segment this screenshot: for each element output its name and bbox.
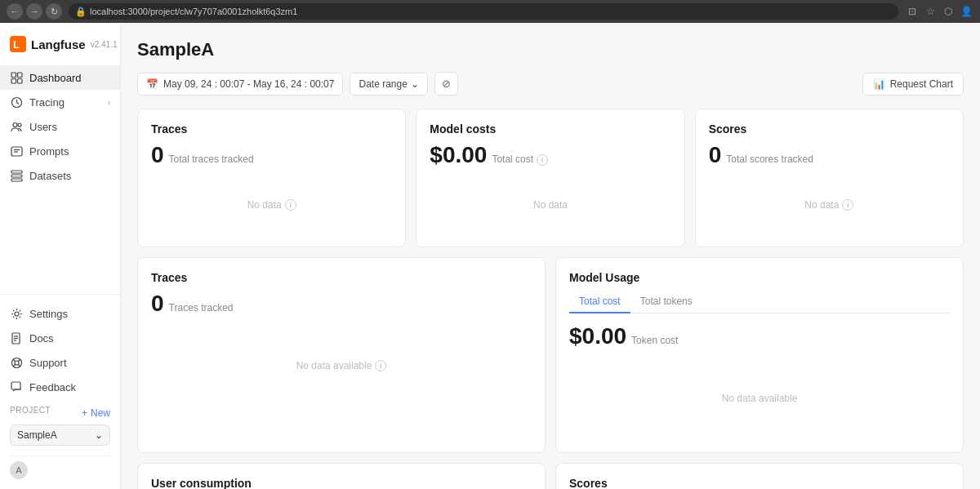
forward-button[interactable]: → <box>26 3 42 20</box>
star-icon[interactable]: ☆ <box>923 4 938 19</box>
sidebar-item-datasets[interactable]: Datasets <box>0 163 120 188</box>
main-content: SampleA 📅 May 09, 24 : 00:07 - May 16, 2… <box>121 23 980 489</box>
user-consumption-card: User consumption Token cost Count of Tra… <box>137 463 546 489</box>
request-chart-button[interactable]: 📊 Request Chart <box>862 73 964 96</box>
filter-button[interactable]: ⊘ <box>434 72 458 96</box>
sidebar-item-docs[interactable]: Docs <box>0 326 120 350</box>
model-usage-tabs: Total cost Total tokens <box>569 291 950 313</box>
users-icon <box>10 120 23 133</box>
sidebar-item-dashboard-label: Dashboard <box>29 72 82 84</box>
svg-point-17 <box>15 312 19 316</box>
traces-card-title: Traces <box>151 122 392 136</box>
sidebar-avatar-row: A <box>0 449 120 479</box>
profile-icon[interactable]: 👤 <box>959 4 973 19</box>
model-usage-big-row: $0.00 Token cost <box>569 323 950 349</box>
scores-no-data: No data i <box>709 176 950 233</box>
scores-big-number: 0 <box>709 142 722 168</box>
browser-actions: ⊡ ☆ ⬡ 👤 <box>905 4 973 19</box>
model-costs-big-row: $0.00 Total cost i <box>430 142 670 168</box>
project-label: Project <box>10 406 51 415</box>
model-costs-title: Model costs <box>430 122 670 136</box>
model-usage-big-number: $0.00 <box>569 323 626 349</box>
svg-point-10 <box>18 123 21 127</box>
nav-bottom: Settings Docs <box>0 294 120 399</box>
traces-big-number: 0 <box>151 142 164 168</box>
datasets-icon <box>10 169 23 182</box>
svg-line-27 <box>18 364 20 367</box>
refresh-button[interactable]: ↻ <box>46 3 62 20</box>
cards-row-1: Traces 0 Total traces tracked No data i … <box>137 109 964 247</box>
traces-subtitle: Total traces tracked <box>169 153 254 165</box>
new-project-button[interactable]: + New <box>82 407 110 419</box>
svg-rect-4 <box>11 78 16 83</box>
scores-no-data-label: No data <box>804 199 839 211</box>
date-range-button[interactable]: 📅 May 09, 24 : 00:07 - May 16, 24 : 00:0… <box>137 73 343 96</box>
traces-area-no-data-label: No data available <box>296 360 372 371</box>
sidebar: L Langfuse v2.41.1 Dashboard <box>0 23 121 489</box>
dropdown-chevron: ⌄ <box>411 78 419 90</box>
feedback-icon <box>10 380 23 393</box>
svg-line-26 <box>13 364 16 367</box>
support-icon <box>10 356 23 369</box>
sidebar-item-tracing[interactable]: Tracing › <box>0 90 120 114</box>
user-consumption-title: User consumption <box>151 477 532 489</box>
extension-icon[interactable]: ⬡ <box>941 4 956 19</box>
traces-area-big-number: 0 <box>151 291 164 317</box>
sidebar-item-support-label: Support <box>29 357 67 369</box>
back-button[interactable]: ← <box>7 3 23 20</box>
sidebar-item-dashboard[interactable]: Dashboard <box>0 65 120 90</box>
cast-icon[interactable]: ⊡ <box>905 4 920 19</box>
avatar[interactable]: A <box>10 461 28 479</box>
traces-big-row: 0 Total traces tracked <box>151 142 392 168</box>
svg-point-9 <box>13 122 17 127</box>
model-costs-no-data-label: No data <box>533 199 568 211</box>
sidebar-item-users-label: Users <box>29 121 57 133</box>
traces-card: Traces 0 Total traces tracked No data i <box>137 109 406 247</box>
sidebar-item-support[interactable]: Support <box>0 350 120 375</box>
sidebar-item-settings[interactable]: Settings <box>0 301 120 326</box>
scores-per-name-title: Scores <box>569 477 950 489</box>
bottom-row: User consumption Token cost Count of Tra… <box>137 463 964 489</box>
model-costs-info-icon[interactable]: i <box>537 154 548 166</box>
prompts-icon <box>10 144 23 158</box>
traces-no-data: No data i <box>151 176 392 233</box>
dashboard-icon <box>10 71 23 84</box>
sidebar-item-prompts[interactable]: Prompts <box>0 139 120 163</box>
traces-area-big-row: 0 Traces tracked <box>151 291 532 317</box>
model-usage-no-data: No data available <box>569 358 950 439</box>
project-selector-chevron: ⌄ <box>95 429 103 441</box>
model-costs-no-data: No data <box>430 176 670 233</box>
date-range-type-button[interactable]: Date range ⌄ <box>350 73 427 96</box>
logo-area: L Langfuse v2.41.1 <box>0 33 120 65</box>
scores-card: Scores 0 Total scores tracked No data i <box>695 109 964 247</box>
scores-info-icon[interactable]: i <box>842 199 853 211</box>
svg-text:L: L <box>13 38 20 51</box>
project-selector[interactable]: SampleA ⌄ <box>10 425 110 446</box>
model-usage-card: Model Usage Total cost Total tokens $0.0… <box>555 257 964 453</box>
traces-no-data-label: No data <box>247 199 282 211</box>
svg-rect-15 <box>11 175 22 177</box>
project-selector-value: SampleA <box>17 429 57 441</box>
nav-section: Dashboard Tracing › <box>0 65 120 287</box>
svg-rect-28 <box>11 382 20 389</box>
logo-version: v2.41.1 <box>91 40 118 49</box>
sidebar-item-tracing-label: Tracing <box>29 96 65 109</box>
sidebar-item-datasets-label: Datasets <box>29 170 71 182</box>
traces-area-no-data: No data available i <box>151 325 532 407</box>
address-bar[interactable]: 🔒 localhost:3000/project/clw7y707a0001zh… <box>69 3 898 20</box>
tab-total-cost[interactable]: Total cost <box>569 291 630 313</box>
sidebar-item-settings-label: Settings <box>29 308 68 320</box>
traces-info-icon[interactable]: i <box>285 199 296 211</box>
svg-rect-14 <box>11 171 22 173</box>
sidebar-item-feedback[interactable]: Feedback <box>0 375 120 399</box>
traces-area-info-icon[interactable]: i <box>375 360 386 371</box>
scores-subtitle: Total scores tracked <box>726 153 813 165</box>
settings-icon <box>10 307 23 320</box>
tab-total-tokens[interactable]: Total tokens <box>630 291 702 313</box>
sidebar-item-docs-label: Docs <box>29 332 54 345</box>
tracing-chevron: › <box>108 98 110 107</box>
sidebar-item-prompts-label: Prompts <box>29 145 69 158</box>
sidebar-item-users[interactable]: Users <box>0 114 120 139</box>
page-title: SampleA <box>137 39 964 60</box>
filter-icon: ⊘ <box>442 78 451 90</box>
